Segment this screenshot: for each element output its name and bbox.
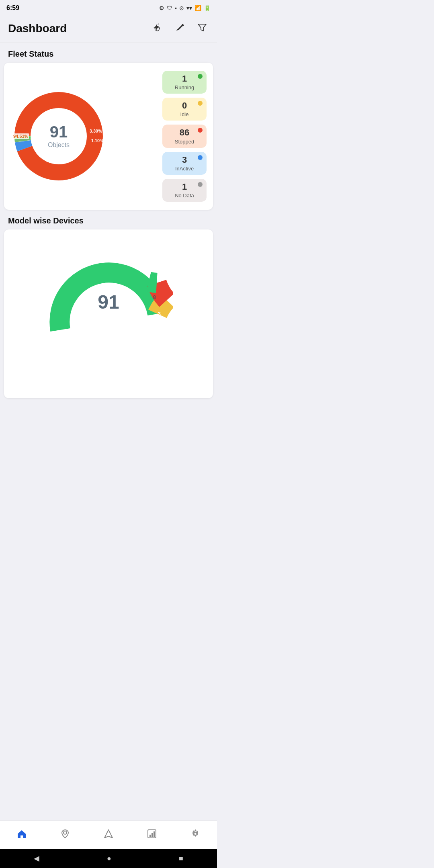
- legend-count-stopped: 86: [180, 128, 189, 137]
- legend-dot-nodata: [198, 182, 203, 187]
- legend-item-stopped[interactable]: 86Stopped: [162, 125, 207, 147]
- legend-item-running[interactable]: 1Running: [162, 71, 207, 94]
- fleet-donut-center: 91 Objects: [48, 124, 70, 149]
- model-wise-card: 91 80 8 3: [4, 229, 213, 398]
- header-actions: ✦: [151, 20, 209, 37]
- fleet-status-label: Fleet Status: [0, 43, 217, 63]
- segment-8-label: 8: [153, 294, 156, 300]
- fleet-stopped-pct: 94.51%: [12, 133, 29, 139]
- fleet-content: 91 Objects 94.51% 3.30% 1.10% 1Running0I…: [10, 71, 207, 202]
- legend-name-stopped: Stopped: [175, 139, 194, 145]
- do-not-disturb-icon: ⊘: [179, 5, 184, 11]
- fleet-nodata-pct: 1.10%: [91, 138, 104, 143]
- settings-status-icon: ⚙: [159, 5, 164, 11]
- legend-count-inactive: 3: [182, 155, 187, 165]
- fleet-inactive-pct: 3.30%: [90, 129, 102, 133]
- fleet-legend: 1Running0Idle86Stopped3InActive1No Data: [162, 71, 207, 202]
- segment-80-label: 80: [64, 349, 70, 355]
- legend-name-running: Running: [175, 84, 194, 90]
- legend-name-inactive: InActive: [175, 166, 194, 172]
- legend-count-nodata: 1: [182, 182, 187, 192]
- wifi-icon: ▾▾: [186, 5, 192, 11]
- model-total-count: 91: [98, 291, 119, 313]
- legend-name-idle: Idle: [180, 111, 189, 117]
- legend-item-nodata[interactable]: 1No Data: [162, 179, 207, 202]
- legend-dot-inactive: [198, 155, 203, 160]
- app-header: Dashboard ✦: [0, 16, 217, 43]
- fleet-donut-chart: 91 Objects 94.51% 3.30% 1.10%: [10, 88, 107, 184]
- battery-icon: 🔋: [204, 5, 211, 11]
- status-bar: 6:59 ⚙ 🛡 ▪ ⊘ ▾▾ 📶 🔋: [0, 0, 217, 16]
- model-donut-chart: 91 80 8 3: [44, 237, 173, 366]
- status-time: 6:59: [6, 4, 19, 12]
- fleet-objects-label: Objects: [48, 141, 70, 149]
- svg-text:✦: ✦: [153, 23, 160, 33]
- status-icons: ⚙ 🛡 ▪ ⊘ ▾▾ 📶 🔋: [159, 5, 211, 11]
- legend-item-idle[interactable]: 0Idle: [162, 98, 207, 121]
- filter-button[interactable]: [195, 20, 209, 37]
- fleet-status-card: 91 Objects 94.51% 3.30% 1.10% 1Running0I…: [4, 63, 213, 210]
- signal-icon: 📶: [194, 5, 201, 11]
- legend-count-idle: 0: [182, 101, 187, 111]
- legend-dot-idle: [198, 101, 203, 106]
- legend-dot-running: [198, 74, 203, 79]
- model-wise-label: Model wise Devices: [0, 210, 217, 229]
- legend-count-running: 1: [182, 74, 187, 84]
- sim-status-icon: ▪: [175, 5, 177, 11]
- fleet-total-count: 91: [48, 124, 70, 140]
- legend-item-inactive[interactable]: 3InActive: [162, 152, 207, 175]
- shield-status-icon: 🛡: [167, 5, 172, 11]
- magic-button[interactable]: ✦: [151, 20, 166, 37]
- segment-3-label: 3: [158, 311, 161, 317]
- legend-dot-stopped: [198, 128, 203, 133]
- edit-button[interactable]: [174, 20, 187, 37]
- legend-name-nodata: No Data: [175, 192, 194, 199]
- model-donut-center: 91: [98, 291, 119, 313]
- page-title: Dashboard: [8, 22, 67, 35]
